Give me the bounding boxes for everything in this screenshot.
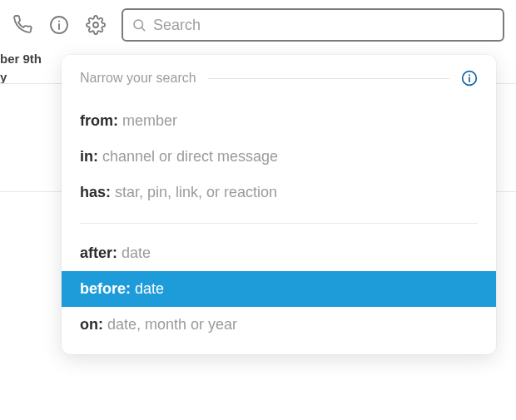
modifier-value: date — [135, 280, 164, 297]
search-icon — [131, 17, 146, 32]
modifier-before[interactable]: before: date — [62, 271, 496, 307]
svg-point-3 — [93, 22, 98, 27]
call-icon[interactable] — [12, 14, 33, 36]
background-text: y — [0, 70, 7, 84]
modifier-key: in: — [80, 148, 98, 165]
modifier-after[interactable]: after: date — [62, 235, 496, 271]
modifier-key: from: — [80, 112, 118, 129]
modifier-value: star, pin, link, or reaction — [115, 184, 277, 200]
dropdown-header-label: Narrow your search — [80, 71, 196, 86]
modifier-has[interactable]: has: star, pin, link, or reaction — [62, 175, 496, 210]
search-input[interactable] — [153, 17, 494, 34]
modifier-on[interactable]: on: date, month or year — [62, 307, 496, 343]
modifier-from[interactable]: from: member — [62, 103, 496, 139]
svg-point-2 — [58, 21, 60, 22]
svg-point-8 — [469, 74, 470, 76]
info-icon[interactable] — [461, 70, 478, 86]
gear-icon[interactable] — [85, 14, 107, 36]
modifier-value: date, month or year — [107, 316, 237, 333]
search-modifiers-dropdown: Narrow your search from: member in: chan… — [62, 55, 496, 354]
search-field[interactable] — [122, 8, 504, 42]
dropdown-list: from: member in: channel or direct messa… — [62, 95, 496, 343]
svg-point-4 — [134, 20, 143, 29]
divider — [80, 223, 478, 224]
info-icon[interactable] — [48, 14, 70, 36]
background-text: ber 9th — [0, 52, 42, 66]
svg-line-5 — [141, 27, 144, 30]
divider — [208, 78, 449, 79]
modifier-key: on: — [80, 316, 103, 333]
modifier-in[interactable]: in: channel or direct message — [62, 139, 496, 175]
modifier-key: after: — [80, 245, 117, 261]
modifier-key: has: — [80, 184, 111, 200]
modifier-key: before: — [80, 280, 131, 297]
modifier-value: channel or direct message — [102, 148, 278, 165]
modifier-value: date — [122, 245, 151, 261]
modifier-value: member — [122, 112, 177, 129]
